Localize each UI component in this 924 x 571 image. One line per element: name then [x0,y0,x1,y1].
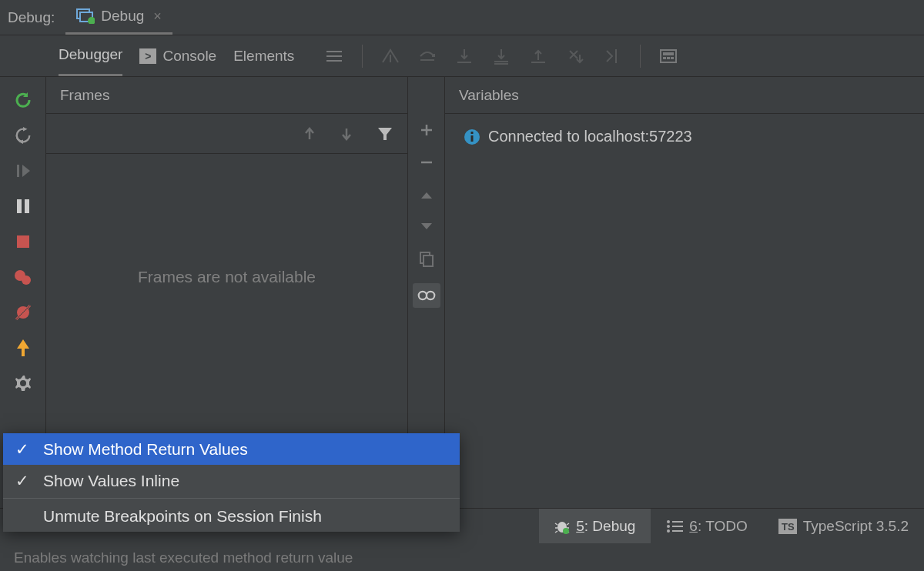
svg-point-34 [563,528,569,534]
panel-title: Debug: [0,9,65,26]
new-watch-icon[interactable] [418,122,435,139]
debug-tab-label: Debug [101,8,144,25]
force-return-icon[interactable] [14,339,32,357]
svg-rect-12 [661,50,676,62]
svg-rect-6 [420,59,434,61]
svg-rect-27 [424,255,433,266]
svg-rect-8 [494,61,508,62]
menu-show-values-inline[interactable]: ✓ Show Values Inline [3,465,460,496]
step-toolbar [294,35,678,76]
svg-rect-10 [531,62,545,63]
svg-rect-11 [615,49,617,63]
svg-rect-19 [25,199,29,213]
svg-rect-4 [326,55,342,57]
mute-breakpoints-icon[interactable] [14,303,32,322]
status-debug[interactable]: 5: Debug [539,509,651,543]
filter-icon[interactable] [377,125,393,142]
check-icon: ✓ [14,440,31,459]
top-tab-bar: Debug: Debug × [0,0,924,35]
variables-panel: Variables Connected to localhost:57223 [445,77,924,540]
svg-rect-3 [326,51,342,52]
force-step-into-icon[interactable] [492,47,511,65]
pause-icon[interactable] [14,197,32,215]
svg-point-28 [418,292,426,299]
menu-show-return-values[interactable]: ✓ Show Method Return Values [3,433,460,465]
svg-rect-9 [494,63,508,65]
status-typescript[interactable]: TS TypeScript 3.5.2 [763,509,924,543]
update-icon[interactable] [14,126,32,145]
connection-message: Connected to localhost:57223 [488,128,692,145]
next-frame-icon[interactable] [340,125,353,142]
typescript-icon: TS [778,519,797,534]
menu-separator [3,498,460,499]
variables-body: Connected to localhost:57223 [445,114,924,159]
run-to-cursor-icon[interactable] [603,47,621,65]
svg-rect-14 [663,57,666,59]
info-icon [464,129,480,145]
show-execution-point-icon[interactable] [381,47,400,65]
debug-run-icon [76,7,95,25]
svg-point-29 [427,292,434,299]
svg-point-22 [22,275,31,285]
svg-rect-17 [17,165,19,177]
svg-rect-40 [672,530,683,532]
debug-tab[interactable]: Debug × [65,0,172,35]
svg-rect-16 [671,57,674,59]
svg-rect-15 [667,57,670,59]
svg-rect-31 [471,135,474,142]
drop-frame-icon[interactable] [566,47,584,65]
step-out-icon[interactable] [529,47,547,65]
view-breakpoints-icon[interactable] [14,268,32,286]
settings-context-menu: ✓ Show Method Return Values ✓ Show Value… [3,433,460,532]
move-down-icon[interactable] [418,219,435,235]
step-into-icon[interactable] [455,47,474,65]
variables-header: Variables [445,77,924,114]
status-todo[interactable]: 6: TODO [651,509,762,543]
menu-unmute-breakpoints[interactable]: Unmute Breakpoints on Session Finish [3,500,460,532]
svg-rect-13 [663,52,674,55]
check-icon: ✓ [14,472,31,490]
close-tab-icon[interactable]: × [153,8,162,25]
duplicate-watch-icon[interactable] [418,251,435,268]
step-over-icon[interactable] [418,47,437,65]
prev-frame-icon[interactable] [303,125,316,142]
resume-icon[interactable] [14,162,32,180]
svg-rect-20 [17,235,29,248]
rerun-icon[interactable] [14,91,32,109]
settings-icon[interactable] [14,374,32,392]
svg-point-35 [667,520,670,523]
bug-icon [554,519,570,534]
frames-toolbar [46,114,407,154]
move-up-icon[interactable] [418,186,435,203]
show-watches-icon[interactable] [413,283,440,308]
remove-watch-icon[interactable] [418,154,435,171]
svg-rect-7 [457,62,471,63]
tab-elements[interactable]: Elements [233,35,294,76]
svg-rect-32 [471,132,474,134]
debugger-subtabs: Debugger > Console Elements [46,35,294,76]
stop-icon[interactable] [14,232,32,251]
svg-rect-18 [17,199,22,213]
svg-rect-36 [672,521,683,523]
list-icon [666,519,683,533]
svg-text:TS: TS [782,521,795,533]
evaluate-expression-icon[interactable] [659,47,678,65]
status-hint: Enables watching last executed method re… [14,549,353,566]
svg-point-37 [667,525,670,528]
console-icon: > [139,48,156,64]
svg-rect-5 [326,60,342,62]
threads-icon[interactable] [325,47,343,65]
frames-header: Frames [46,77,407,114]
debugger-toolbar: Debugger > Console Elements [0,35,924,77]
tab-debugger[interactable]: Debugger [59,35,122,76]
svg-point-39 [667,529,670,533]
svg-rect-38 [672,526,683,527]
tab-console[interactable]: > Console [139,35,216,76]
